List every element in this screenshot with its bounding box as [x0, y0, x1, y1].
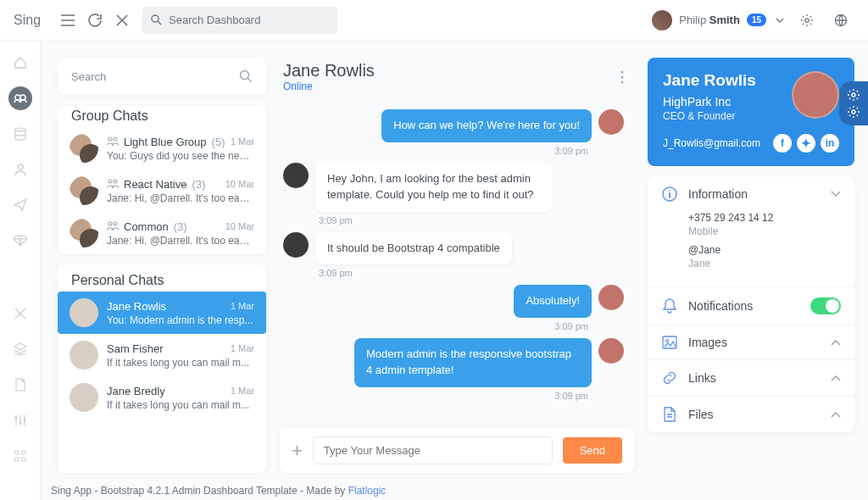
links-panel[interactable]: Links: [648, 359, 854, 396]
svg-rect-10: [15, 451, 19, 454]
chat-preview: If it takes long you can mail m...: [107, 357, 254, 369]
chat-header: Jane Rowlis Online: [280, 58, 634, 103]
personal-chat-item[interactable]: Jane Bredly 1 Mar If it takes long you c…: [58, 376, 266, 419]
chevron-down-icon[interactable]: [773, 7, 787, 34]
conversation-status: Online: [283, 81, 620, 92]
profile-avatar: [792, 71, 839, 119]
menu-icon[interactable]: [54, 7, 81, 34]
group-icon: [107, 179, 119, 189]
message-bubble: Hey John, I am looking for the best admi…: [315, 163, 553, 212]
twitter-icon[interactable]: ✦: [797, 134, 815, 153]
sliders-icon[interactable]: [8, 408, 32, 432]
chat-preview: You: Guys did you see the new u...: [107, 150, 254, 162]
personal-chat-item[interactable]: Sam Fisher 1 Mar If it takes long you ca…: [58, 334, 266, 376]
chat-search-placeholder: Search: [71, 70, 106, 83]
message-timestamp: 3:09 pm: [283, 391, 588, 401]
app-logo: Sing: [14, 13, 41, 28]
svg-rect-13: [22, 458, 25, 461]
message-timestamp: 3:09 pm: [283, 321, 588, 331]
profile-role: CEO & Founder: [663, 110, 756, 122]
facebook-icon[interactable]: f: [773, 134, 792, 153]
chat-name: Common: [124, 220, 169, 233]
info-panel-header[interactable]: Information: [648, 176, 854, 212]
message-row: Absolutely!: [283, 285, 624, 318]
svg-point-27: [852, 93, 855, 97]
group-chat-item[interactable]: Common (3) 10 Mar Jane: Hi, @Darrell. It…: [58, 212, 266, 254]
message-row: How can we help? We're here for you!: [283, 109, 624, 142]
images-label: Images: [688, 336, 821, 349]
svg-rect-12: [15, 458, 19, 461]
user-icon[interactable]: [8, 158, 32, 181]
globe-icon[interactable]: [827, 7, 854, 34]
personal-chat-item[interactable]: Jane Rowlis 1 Mar You: Modern admin is t…: [58, 292, 266, 334]
info-phone: +375 29 243 14 12: [688, 212, 841, 224]
search-input[interactable]: Search Dashboard: [142, 7, 337, 34]
notifications-panel[interactable]: Notifications: [648, 286, 854, 325]
footer-link[interactable]: Flatlogic: [348, 485, 387, 497]
chat-date: 1 Mar: [231, 386, 254, 396]
profile-email[interactable]: J_Rowlis@gmail.com: [663, 137, 760, 149]
message-timestamp: 3:09 pm: [319, 215, 624, 225]
chevron-up-icon: [831, 339, 841, 346]
settings-tab[interactable]: [839, 81, 868, 125]
svg-point-23: [621, 81, 624, 83]
refresh-icon[interactable]: [81, 7, 108, 34]
svg-point-15: [108, 137, 112, 141]
notifications-toggle[interactable]: [810, 297, 841, 314]
group-icon: [107, 221, 119, 231]
message-row: Modern admin is the responsive bootstrap…: [283, 338, 624, 387]
info-phone-label: Mobile: [688, 225, 841, 237]
gear-icon[interactable]: [793, 7, 821, 34]
image-icon: [661, 336, 678, 349]
svg-point-21: [621, 70, 624, 73]
search-icon: [239, 69, 253, 83]
database-icon[interactable]: [8, 122, 32, 146]
chat-icon[interactable]: [8, 86, 32, 110]
group-avatar: [70, 134, 98, 163]
send-button[interactable]: Send: [563, 437, 622, 464]
messages-list[interactable]: How can we help? We're here for you!3:09…: [280, 103, 634, 421]
user-avatar[interactable]: [652, 10, 672, 31]
info-handle: @Jane: [688, 244, 841, 256]
gear-icon: [847, 88, 860, 102]
message-bubble: How can we help? We're here for you!: [381, 109, 592, 142]
add-attachment-icon[interactable]: +: [292, 440, 303, 462]
chat-date: 10 Mar: [225, 221, 254, 231]
message-avatar: [283, 232, 309, 258]
layers-icon[interactable]: [8, 337, 32, 361]
message-avatar: [283, 163, 309, 188]
svg-point-8: [19, 422, 21, 425]
linkedin-icon[interactable]: in: [821, 134, 839, 153]
user-name[interactable]: Philip Smith: [679, 14, 740, 26]
tools-icon[interactable]: [8, 302, 32, 325]
svg-point-22: [621, 75, 624, 78]
send-icon[interactable]: [8, 193, 32, 217]
chevron-up-icon: [831, 411, 841, 418]
message-avatar: [598, 109, 624, 135]
info-panel: Information +375 29 243 14 12 Mobile @Ja…: [648, 176, 854, 432]
links-label: Links: [688, 371, 821, 385]
message-row: Hey John, I am looking for the best admi…: [283, 163, 624, 212]
files-panel[interactable]: Files: [648, 396, 854, 432]
group-avatar: [70, 176, 98, 205]
svg-point-6: [18, 164, 23, 169]
message-row: It should be Bootstrap 4 compatible: [283, 232, 624, 265]
chat-search[interactable]: Search: [58, 58, 266, 95]
notifications-badge[interactable]: 15: [747, 14, 766, 26]
link-icon: [661, 370, 678, 386]
home-icon[interactable]: [8, 51, 32, 75]
group-chat-item[interactable]: React Native (3) 10 Mar Jane: Hi, @Darre…: [58, 169, 266, 212]
chat-date: 1 Mar: [231, 136, 254, 147]
diamond-icon[interactable]: [8, 229, 32, 253]
svg-point-0: [152, 15, 159, 22]
chat-preview: If it takes long you can mail m...: [107, 399, 254, 411]
group-chat-item[interactable]: Light Blue Group (5) 1 Mar You: Guys did…: [58, 127, 266, 169]
file-icon[interactable]: [8, 373, 32, 397]
apps-icon[interactable]: [8, 444, 32, 468]
more-icon[interactable]: [620, 70, 624, 84]
images-panel[interactable]: Images: [648, 325, 854, 359]
close-icon[interactable]: [108, 7, 136, 34]
message-input[interactable]: [313, 436, 553, 464]
message-bubble: Modern admin is the responsive bootstrap…: [354, 338, 592, 387]
personal-chats-title: Personal Chats: [58, 264, 266, 292]
